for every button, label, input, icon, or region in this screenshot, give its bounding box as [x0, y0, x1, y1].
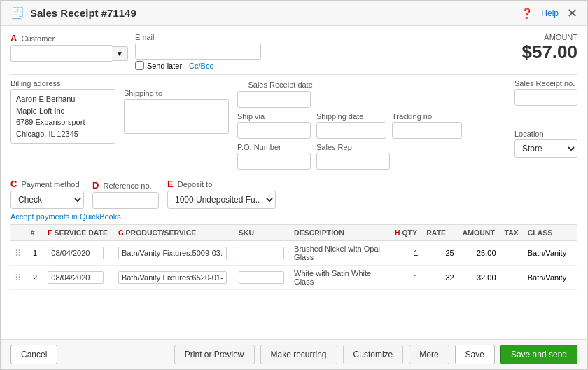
- footer-right: Print or Preview Make recurring Customiz…: [174, 345, 578, 364]
- print-preview-button[interactable]: Print or Preview: [174, 345, 255, 364]
- accept-payments-link[interactable]: Accept payments in QuickBooks: [10, 212, 121, 221]
- modal-footer: Cancel Print or Preview Make recurring C…: [1, 339, 587, 369]
- reference-no-block: D Reference no. 1102: [92, 180, 159, 209]
- payment-row: C Payment method Check Cash Credit Card …: [10, 179, 578, 209]
- sales-receipt-date-label: B Sales Receipt date: [237, 79, 462, 90]
- billing-line-3: 6789 Expansorsport: [16, 116, 110, 128]
- sales-rep-input[interactable]: [316, 153, 390, 170]
- send-later-checkbox[interactable]: [135, 61, 144, 70]
- description-1: White with Satin White Glass: [290, 266, 391, 290]
- col-tax-header: TAX: [500, 225, 524, 241]
- class-0: Bath/Vanity: [524, 241, 578, 266]
- amount-label: AMOUNT: [522, 33, 578, 41]
- tracking-no-block: Tracking no.: [392, 112, 462, 139]
- location-select[interactable]: Store: [514, 139, 578, 158]
- modal-title: Sales Receipt #71149: [30, 7, 136, 19]
- send-later-label: Send later: [147, 62, 182, 70]
- description-0: Brushed Nickel with Opal Glass: [290, 241, 391, 266]
- mid-right: Sales Receipt no. 71149 Location Store: [514, 79, 578, 158]
- receipt-icon: 🧾: [10, 6, 24, 20]
- table-row[interactable]: ⠿ 1 Brushed Nickel with Opal Glass 1 25 …: [10, 241, 578, 266]
- drag-handle-1[interactable]: ⠿: [10, 266, 27, 290]
- amount-block: AMOUNT $57.00: [522, 33, 578, 70]
- ship-via-input[interactable]: [237, 122, 311, 139]
- deposit-to-select[interactable]: 1000 Undeposited Fu... Checking Savings: [167, 191, 276, 209]
- col-product-header: G PRODUCT/SERVICE: [114, 225, 234, 241]
- table-header: # F SERVICE DATE G PRODUCT/SERVICE SKU D: [10, 225, 578, 241]
- po-number-input[interactable]: [237, 153, 311, 170]
- row-num-0: 1: [27, 241, 44, 266]
- rate-0: 25: [422, 241, 458, 266]
- deposit-to-label: E Deposit to: [167, 179, 276, 189]
- section-marker-e: E: [167, 179, 174, 189]
- drag-handle-0[interactable]: ⠿: [10, 241, 27, 266]
- sales-rep-block: Sales Rep: [316, 143, 390, 170]
- email-block: Email theboss@yahoo.com Send later Cc/Bc…: [135, 33, 261, 70]
- cancel-button[interactable]: Cancel: [10, 345, 57, 364]
- tax-1: [500, 266, 524, 290]
- customer-input[interactable]: Aaron E Berhanu: [10, 45, 112, 62]
- cc-bcc-link[interactable]: Cc/Bcc: [189, 62, 214, 70]
- amount-value: $57.00: [522, 41, 578, 63]
- tracking-no-label: Tracking no.: [392, 112, 462, 121]
- make-recurring-button[interactable]: Make recurring: [260, 345, 337, 364]
- save-button[interactable]: Save: [455, 345, 495, 364]
- more-button[interactable]: More: [409, 345, 449, 364]
- payment-method-block: C Payment method Check Cash Credit Card: [10, 179, 84, 209]
- amount-1: 32.00: [458, 266, 500, 290]
- location-label: Location: [514, 130, 578, 138]
- accept-payments-block: Accept payments in QuickBooks: [10, 212, 578, 221]
- billing-address-block: Billing address Aaron E Berhanu Maple Lo…: [10, 79, 115, 144]
- product-1[interactable]: [114, 266, 234, 290]
- sales-receipt-date-input[interactable]: 08/04/2020: [237, 91, 311, 108]
- service-date-1[interactable]: [43, 266, 114, 290]
- col-servicedate-header: F SERVICE DATE: [43, 225, 114, 241]
- section-marker-d: D: [92, 180, 99, 191]
- row-num-1: 2: [27, 266, 44, 290]
- customize-button[interactable]: Customize: [343, 345, 404, 364]
- reference-no-input[interactable]: 1102: [92, 192, 159, 209]
- send-label-row: Send later Cc/Bcc: [135, 61, 261, 70]
- product-0[interactable]: [114, 241, 234, 266]
- shipping-date-input[interactable]: [316, 122, 386, 139]
- modal-header: 🧾 Sales Receipt #71149 ❓ Help ✕: [1, 1, 587, 26]
- tracking-no-input[interactable]: [392, 122, 462, 139]
- line-items-table: # F SERVICE DATE G PRODUCT/SERVICE SKU D: [10, 224, 578, 290]
- rate-1: 32: [422, 266, 458, 290]
- sales-receipt-no-label: Sales Receipt no.: [514, 79, 578, 88]
- location-block: Location Store: [514, 130, 578, 158]
- sku-0[interactable]: [234, 241, 290, 266]
- header-right: ❓ Help ✕: [521, 7, 578, 20]
- deposit-to-block: E Deposit to 1000 Undeposited Fu... Chec…: [167, 179, 276, 209]
- table-row[interactable]: ⠿ 2 White with Satin White Glass 1 32 32…: [10, 266, 578, 290]
- table-body: ⠿ 1 Brushed Nickel with Opal Glass 1 25 …: [10, 241, 578, 290]
- section-marker-h: H: [395, 229, 400, 237]
- footer-left: Cancel: [10, 345, 57, 364]
- col-qty-header: H QTY: [391, 225, 422, 241]
- billing-line-1: Aaron E Berhanu: [16, 93, 110, 105]
- reference-no-label: D Reference no.: [92, 180, 159, 191]
- save-and-send-button[interactable]: Save and send: [500, 345, 578, 364]
- section-marker-c: C: [10, 179, 17, 189]
- service-date-0[interactable]: [43, 241, 114, 266]
- sales-receipt-no-block: Sales Receipt no. 71149: [514, 79, 578, 106]
- section-marker-a: A: [10, 33, 17, 43]
- col-class-header: CLASS: [524, 225, 578, 241]
- shipping-to-block: Shipping to: [124, 89, 229, 134]
- sku-1[interactable]: [234, 266, 290, 290]
- qty-0: 1: [391, 241, 422, 266]
- col-desc-header: DESCRIPTION: [290, 225, 391, 241]
- email-input[interactable]: theboss@yahoo.com: [135, 43, 261, 60]
- sales-receipt-modal: 🧾 Sales Receipt #71149 ❓ Help ✕ A Custom…: [0, 0, 588, 370]
- col-num-header: #: [27, 225, 44, 241]
- top-section: A Customer Aaron E Berhanu ▼ Email thebo…: [10, 33, 578, 70]
- po-number-label: P.O. Number: [237, 143, 311, 151]
- help-label[interactable]: Help: [541, 8, 559, 18]
- customer-dropdown-button[interactable]: ▼: [112, 46, 128, 61]
- payment-method-select[interactable]: Check Cash Credit Card: [10, 191, 84, 209]
- sales-receipt-no-input[interactable]: 71149: [514, 89, 578, 106]
- billing-line-2: Maple Loft Inc: [16, 105, 110, 117]
- col-amount-header: AMOUNT: [458, 225, 500, 241]
- close-button[interactable]: ✕: [567, 7, 578, 20]
- customer-label: A Customer: [10, 33, 128, 43]
